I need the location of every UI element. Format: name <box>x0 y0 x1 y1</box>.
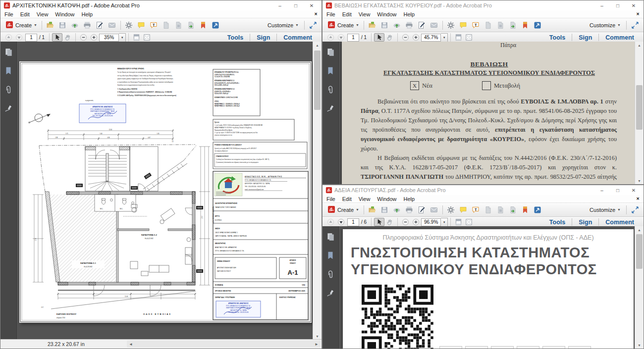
create-button[interactable]: Create ▼ <box>325 21 361 30</box>
settings-gear-icon[interactable] <box>445 20 457 30</box>
zoom-dropdown-icon[interactable]: ▼ <box>119 33 126 42</box>
zoom-out-icon[interactable] <box>400 218 411 226</box>
menu-view[interactable]: View <box>37 11 49 17</box>
previous-page-icon[interactable] <box>325 33 336 42</box>
sticky-note-icon[interactable] <box>136 20 147 30</box>
tools-button[interactable]: Tools <box>221 34 250 41</box>
cloud-upload-icon[interactable] <box>69 20 81 30</box>
tools-button[interactable]: Tools <box>543 34 572 41</box>
customize-button[interactable]: Customize ▼ <box>587 22 624 29</box>
menu-edit[interactable]: Edit <box>20 11 30 17</box>
fill-sign-icon[interactable] <box>416 20 428 30</box>
previous-page-icon[interactable] <box>325 218 336 226</box>
zoom-dropdown-icon[interactable]: ▼ <box>441 33 448 42</box>
share-export-icon[interactable] <box>532 20 543 30</box>
page-copy-icon[interactable] <box>495 205 506 215</box>
next-page-icon[interactable] <box>336 33 346 42</box>
menu-view[interactable]: View <box>359 196 371 202</box>
next-page-icon[interactable] <box>336 218 346 226</box>
send-email-icon[interactable] <box>429 205 440 215</box>
window-titlebar[interactable]: ΒΕΒΑΙΩΣΗ ΕΓΚΑΤΑΣΤΑΣΗΣ ΚΟΥΡΕΙΟΥ.pdf - Ado… <box>322 0 644 10</box>
zoom-in-icon[interactable] <box>411 218 421 226</box>
page-thumbnails-icon[interactable] <box>326 232 335 241</box>
zoom-level-input[interactable]: 35% <box>99 34 119 42</box>
menubar-close-icon[interactable]: ✕ <box>314 12 318 16</box>
window-titlebar[interactable]: ΑΔΕΙΑ ΛΕΙΤΟΥΡΓΙΑΣ.pdf - Adobe Acrobat Pr… <box>322 185 644 195</box>
zoom-dropdown-icon[interactable]: ▼ <box>441 218 448 227</box>
menu-edit[interactable]: Edit <box>342 196 352 202</box>
stamp-tag-icon[interactable] <box>520 20 531 30</box>
share-export-icon[interactable] <box>210 20 221 30</box>
page-thumbnails-icon[interactable] <box>4 48 13 56</box>
page-export-icon[interactable] <box>185 20 197 30</box>
signatures-icon[interactable] <box>326 104 335 113</box>
page-copy-icon[interactable] <box>495 20 506 30</box>
save-file-icon[interactable] <box>57 20 68 30</box>
page-export-icon[interactable] <box>507 20 519 30</box>
menu-help[interactable]: Help <box>81 11 93 17</box>
menu-file[interactable]: File <box>4 11 13 17</box>
checkbox-new[interactable]: X <box>410 81 419 90</box>
fill-sign-icon[interactable] <box>416 205 428 215</box>
tools-button[interactable]: Tools <box>543 219 572 226</box>
zoom-in-icon[interactable] <box>411 33 421 42</box>
customize-button[interactable]: Customize ▼ <box>265 22 302 29</box>
zoom-out-icon[interactable] <box>400 33 411 42</box>
close-button[interactable]: ✕ <box>626 3 642 8</box>
attachments-icon[interactable] <box>326 85 335 94</box>
hand-tool-icon[interactable] <box>62 33 73 42</box>
vertical-scrollbar[interactable]: ▲ ▼ <box>635 42 644 184</box>
scrolling-mode-icon[interactable] <box>453 218 464 226</box>
menu-help[interactable]: Help <box>403 196 415 202</box>
minimize-button[interactable]: – <box>594 3 610 8</box>
menu-view[interactable]: View <box>359 11 371 17</box>
maximize-button[interactable]: □ <box>288 3 304 8</box>
attachments-icon[interactable] <box>4 85 13 94</box>
maximize-button[interactable]: □ <box>610 188 626 193</box>
page-number-input[interactable]: 1 <box>25 34 37 42</box>
hand-tool-icon[interactable] <box>384 33 395 42</box>
page-attach-icon[interactable] <box>483 205 494 215</box>
create-button[interactable]: Create ▼ <box>3 21 39 30</box>
open-file-icon[interactable] <box>367 20 378 30</box>
window-titlebar[interactable]: ΑΡΧΙΤΕΚΤΟΝΙΚΗ ΚΑΤΟΨΗ.pdf - Adobe Acrobat… <box>0 0 322 10</box>
fit-page-icon[interactable] <box>464 33 474 42</box>
cloud-upload-icon[interactable] <box>391 20 403 30</box>
expand-toolbar-icon[interactable] <box>629 20 641 30</box>
stamp-tag-icon[interactable] <box>520 205 531 215</box>
previous-page-icon[interactable] <box>3 33 14 42</box>
send-email-icon[interactable] <box>107 20 118 30</box>
customize-button[interactable]: Customize ▼ <box>587 206 624 213</box>
maximize-button[interactable]: □ <box>610 3 626 8</box>
page-number-input[interactable]: 1 <box>347 34 359 42</box>
page-number-input[interactable]: 1 <box>347 218 359 226</box>
print-icon[interactable] <box>82 20 93 30</box>
expand-toolbar-icon[interactable] <box>629 205 641 215</box>
save-file-icon[interactable] <box>379 205 390 215</box>
menu-edit[interactable]: Edit <box>342 11 352 17</box>
fit-page-icon[interactable] <box>464 218 474 226</box>
page-export-icon[interactable] <box>507 205 519 215</box>
minimize-button[interactable]: – <box>272 3 288 8</box>
select-tool-icon[interactable] <box>374 33 384 42</box>
menu-file[interactable]: File <box>326 196 335 202</box>
sign-button[interactable]: Sign <box>572 34 598 41</box>
settings-gear-icon[interactable] <box>123 20 135 30</box>
open-file-icon[interactable] <box>367 205 378 215</box>
close-button[interactable]: ✕ <box>304 3 320 8</box>
sticky-note-icon[interactable] <box>458 20 469 30</box>
zoom-out-icon[interactable] <box>78 33 89 42</box>
menu-file[interactable]: File <box>326 11 335 17</box>
text-comment-icon[interactable]: T <box>148 20 160 30</box>
create-button[interactable]: Create ▼ <box>325 205 361 214</box>
menubar-close-icon[interactable]: ✕ <box>636 12 640 16</box>
attachments-icon[interactable] <box>326 270 335 279</box>
text-comment-icon[interactable]: T <box>470 20 482 30</box>
vertical-scrollbar[interactable]: ▲ ▼ <box>635 226 644 349</box>
scrolling-mode-icon[interactable] <box>453 33 464 42</box>
print-icon[interactable] <box>404 20 415 30</box>
bookmarks-icon[interactable] <box>326 251 335 260</box>
vertical-scrollbar[interactable]: ▲ ▼ <box>313 42 322 340</box>
sign-button[interactable]: Sign <box>572 219 598 226</box>
zoom-level-input[interactable]: 96.9% <box>421 218 441 226</box>
